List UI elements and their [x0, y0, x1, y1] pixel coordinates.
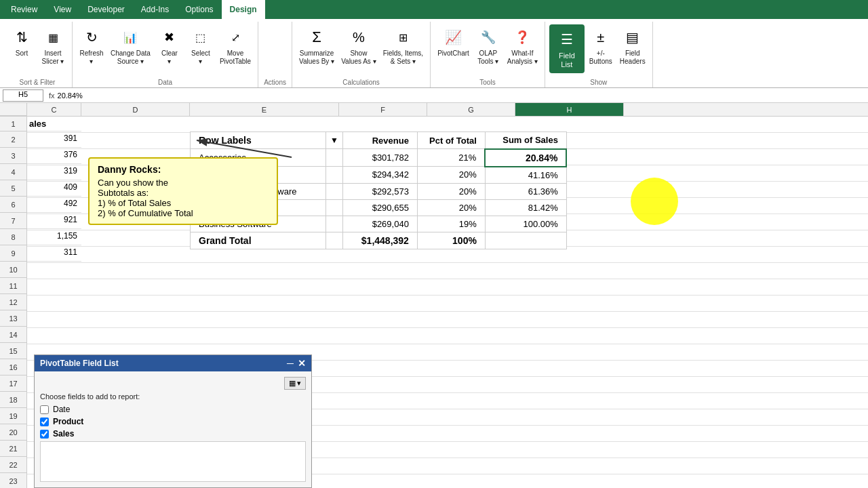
- name-box[interactable]: H5: [3, 89, 43, 102]
- group-data: ↻ Refresh▾ 📊 Change DataSource ▾ ✖ Clear…: [73, 22, 258, 87]
- col-header-c[interactable]: C: [27, 103, 81, 116]
- group-actions: Actions: [258, 22, 292, 87]
- move-pivottable-icon: ⤢: [224, 26, 246, 48]
- insert-slicer-button[interactable]: ▦ InsertSlicer ▾: [38, 24, 68, 68]
- refresh-button[interactable]: ↻ Refresh▾: [77, 24, 106, 68]
- field-list-close-btn[interactable]: ✕: [298, 358, 306, 369]
- tab-design[interactable]: Design: [222, 0, 265, 19]
- clear-button[interactable]: ✖ Clear▾: [155, 24, 184, 68]
- col-header-e[interactable]: E: [190, 103, 339, 116]
- plus-minus-buttons-icon: ±: [590, 26, 612, 48]
- field-checkbox-product[interactable]: [40, 418, 49, 426]
- select-icon: ⬚: [190, 26, 212, 48]
- callout-line4: 2) % of Cumulative Total: [98, 208, 269, 218]
- pivot-col-pct-total: Pct of Total: [417, 132, 485, 149]
- c2-cell[interactable]: 391: [27, 131, 81, 148]
- group-tools-label: Tools: [479, 77, 495, 87]
- field-list-layout-btn[interactable]: ▦ ▾: [284, 377, 306, 390]
- col-header-h[interactable]: H: [515, 103, 624, 116]
- pivot-revenue-grand-total: $1,448,392: [342, 232, 417, 249]
- select-button[interactable]: ⬚ Select▾: [186, 24, 216, 68]
- pivot-sumsales-graphic-design: 61.36%: [485, 183, 566, 199]
- tab-developer[interactable]: Developer: [79, 0, 133, 19]
- field-list-layout-icon: ▦: [289, 379, 296, 388]
- change-data-source-label: Change DataSource ▾: [111, 49, 151, 66]
- c1-cell[interactable]: ales: [27, 117, 81, 131]
- pivotchart-button[interactable]: 📈 PivotChart: [435, 24, 472, 60]
- pivot-filter-btn[interactable]: ▼: [326, 132, 343, 149]
- c3-cell[interactable]: 376: [27, 148, 81, 164]
- c6-cell[interactable]: 492: [27, 197, 81, 213]
- pivot-sumsales-grand-total: [485, 232, 566, 249]
- group-data-label: Data: [158, 77, 172, 87]
- field-headers-icon: ▤: [622, 26, 644, 48]
- tab-options[interactable]: Options: [177, 0, 221, 19]
- field-headers-button[interactable]: ▤ FieldHeaders: [617, 24, 648, 68]
- pivot-revenue-business-software: $269,040: [342, 216, 417, 232]
- field-list-button[interactable]: ☰ FieldList: [549, 24, 585, 73]
- group-actions-label: Actions: [264, 77, 286, 87]
- show-values-as-icon: %: [348, 26, 370, 48]
- pivotchart-icon: 📈: [442, 26, 464, 48]
- tab-review[interactable]: Review: [3, 0, 45, 19]
- fields-items-sets-button[interactable]: ⊞ Fields, Items,& Sets ▾: [380, 24, 426, 68]
- group-calculations: Σ SummarizeValues By ▾ % ShowValues As ▾…: [292, 22, 431, 87]
- formula-input[interactable]: [58, 92, 865, 100]
- callout-box: Danny Rocks: Can you show the Subtotals …: [88, 157, 278, 225]
- c9-cell[interactable]: 311: [27, 245, 81, 262]
- what-if-analysis-button[interactable]: ❓ What-IfAnalysis ▾: [505, 24, 540, 68]
- group-show-label: Show: [590, 77, 607, 87]
- row-headers: 1 2 3 4 5 6 7 8 9 10 11 12 13 14 15 16 1…: [0, 117, 27, 488]
- field-item-product[interactable]: Product: [40, 417, 306, 426]
- callout-line1: Can you show the: [98, 178, 269, 188]
- move-pivottable-button[interactable]: ⤢ MovePivotTable: [217, 24, 254, 68]
- summarize-values-by-label: SummarizeValues By ▾: [299, 49, 334, 66]
- plus-minus-buttons-label: +/-Buttons: [589, 49, 612, 66]
- plus-minus-buttons-button[interactable]: ± +/-Buttons: [586, 24, 616, 68]
- col-header-f[interactable]: F: [339, 103, 427, 116]
- callout-line3: 1) % of Total Sales: [98, 198, 269, 208]
- field-list-minimize-btn[interactable]: ─: [287, 358, 294, 369]
- pivot-header-row: Row Labels ▼ Revenue Pct of Total Sum of…: [191, 132, 567, 149]
- field-checkbox-sales[interactable]: [40, 430, 49, 439]
- field-checkbox-date[interactable]: [40, 405, 49, 414]
- field-item-sales[interactable]: Sales: [40, 429, 306, 439]
- pivot-revenue-networking: $294,342: [342, 167, 417, 184]
- field-list-title: PivotTable Field List: [40, 359, 119, 368]
- sort-icon: ⇅: [11, 26, 33, 48]
- refresh-label: Refresh▾: [79, 49, 103, 66]
- field-item-date[interactable]: Date: [40, 405, 306, 414]
- col-header-g[interactable]: G: [427, 103, 515, 116]
- clear-label: Clear▾: [161, 49, 178, 66]
- c7-cell[interactable]: 921: [27, 213, 81, 229]
- summarize-values-by-button[interactable]: Σ SummarizeValues By ▾: [296, 24, 337, 68]
- pivot-pct-business-software: 19%: [417, 216, 485, 232]
- formula-fx-icon: fx: [49, 92, 55, 100]
- move-pivottable-label: MovePivotTable: [220, 49, 251, 66]
- pivot-col-revenue: Revenue: [342, 132, 417, 149]
- show-values-as-button[interactable]: % ShowValues As ▾: [338, 24, 379, 68]
- row-col-corner: [0, 103, 27, 116]
- c8-cell[interactable]: 1,155: [27, 229, 81, 245]
- pivot-pct-grand-total: 100%: [417, 232, 485, 249]
- pivot-row-grand-total: Grand Total $1,448,392 100%: [191, 232, 567, 249]
- group-tools: 📈 PivotChart 🔧 OLAPTools ▾ ❓ What-IfAnal…: [431, 22, 545, 87]
- pivot-sumsales-business-software: 100.00%: [485, 216, 566, 232]
- col-header-d[interactable]: D: [81, 103, 190, 116]
- yellow-highlight-circle: [631, 178, 678, 225]
- tab-view[interactable]: View: [45, 0, 79, 19]
- pivot-col-row-labels: Row Labels: [191, 132, 326, 149]
- field-list-icon: ☰: [556, 28, 578, 50]
- callout-line2: Subtotals as:: [98, 188, 269, 198]
- formula-bar: H5 fx: [0, 88, 868, 103]
- group-sort-filter-label: Sort & Filter: [20, 77, 56, 87]
- c5-cell[interactable]: 409: [27, 180, 81, 197]
- pivot-sumsales-accessories[interactable]: 20.84%: [485, 149, 566, 167]
- show-values-as-label: ShowValues As ▾: [341, 49, 376, 66]
- change-data-source-button[interactable]: 📊 Change DataSource ▾: [108, 24, 153, 68]
- c4-cell[interactable]: 319: [27, 164, 81, 180]
- field-list-header: PivotTable Field List ─ ✕: [35, 355, 311, 371]
- olap-tools-button[interactable]: 🔧 OLAPTools ▾: [473, 24, 503, 68]
- sort-button[interactable]: ⇅ Sort: [7, 24, 37, 60]
- tab-add-ins[interactable]: Add-Ins: [133, 0, 177, 19]
